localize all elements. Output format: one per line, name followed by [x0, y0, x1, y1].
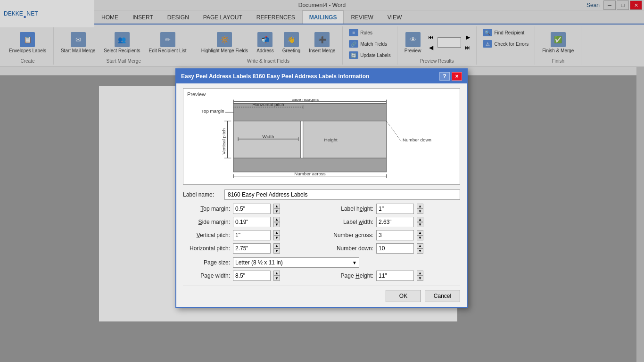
- number-down-row: Number down: ▲ ▼: [326, 243, 460, 254]
- label-height-input[interactable]: [376, 204, 414, 214]
- horizontal-pitch-down[interactable]: ▼: [273, 248, 280, 254]
- number-across-input[interactable]: [376, 230, 414, 240]
- horizontal-pitch-row: Horizontal pitch: ▲ ▼: [183, 243, 317, 254]
- label-name-input[interactable]: [224, 189, 460, 200]
- label-width-label: Label width:: [326, 219, 373, 225]
- top-margin-input[interactable]: [233, 204, 271, 214]
- page-width-label: Page width:: [183, 272, 230, 279]
- page-size-label: Page size:: [183, 259, 230, 266]
- top-margin-spinner[interactable]: ▲ ▼: [273, 204, 280, 214]
- vertical-pitch-input[interactable]: [233, 230, 271, 240]
- horizontal-pitch-input[interactable]: [233, 243, 271, 254]
- dialog-close-button[interactable]: ×: [452, 72, 462, 81]
- label-width-row: Label width: ▲ ▼: [326, 217, 460, 227]
- page-size-row: Page size: Letter (8 ½ x 11 in) ▼: [183, 257, 460, 268]
- label-width-input[interactable]: [376, 217, 414, 227]
- preview-section: Preview: [183, 88, 460, 185]
- preview-diagram: Side margins Horizontal pitch Top margin…: [187, 99, 456, 181]
- vertical-pitch-spinner[interactable]: ▲ ▼: [273, 230, 280, 240]
- side-margin-label: Side margin:: [183, 219, 230, 225]
- page-height-spinner[interactable]: ▲ ▼: [417, 271, 423, 281]
- top-margin-down[interactable]: ▼: [273, 209, 280, 214]
- side-margin-up[interactable]: ▲: [273, 217, 280, 222]
- svg-text:Vertical pitch: Vertical pitch: [221, 128, 226, 155]
- page-dimensions-area: Page width: ▲ ▼ Page Height: ▲ ▼: [183, 271, 460, 281]
- svg-text:Side margins: Side margins: [292, 99, 319, 102]
- dialog-buttons: OK Cancel: [183, 286, 460, 302]
- label-height-row: Label height: ▲ ▼: [326, 204, 460, 214]
- number-across-spinner[interactable]: ▲ ▼: [417, 230, 423, 240]
- number-down-up[interactable]: ▲: [417, 243, 423, 248]
- label-name-label: Label name:: [183, 191, 221, 198]
- number-across-label: Number across:: [326, 232, 373, 239]
- label-width-down[interactable]: ▼: [417, 222, 423, 227]
- svg-rect-2: [233, 121, 301, 158]
- svg-text:Height: Height: [324, 137, 338, 142]
- dialog-title: Easy Peel Address Labels 8160 Easy Peel …: [181, 73, 369, 80]
- svg-rect-3: [303, 121, 387, 158]
- svg-text:Number down: Number down: [403, 137, 431, 142]
- page-height-up[interactable]: ▲: [417, 271, 423, 276]
- horizontal-pitch-up[interactable]: ▲: [273, 243, 280, 248]
- svg-rect-4: [233, 158, 386, 172]
- dialog-titlebar: Easy Peel Address Labels 8160 Easy Peel …: [176, 69, 467, 83]
- page-width-row: Page width: ▲ ▼: [183, 271, 317, 281]
- side-margin-row: Side margin: ▲ ▼: [183, 217, 317, 227]
- vertical-pitch-row: Vertical pitch: ▲ ▼: [183, 230, 317, 240]
- number-across-row: Number across: ▲ ▼: [326, 230, 460, 240]
- page-width-up[interactable]: ▲: [273, 271, 280, 276]
- dialog-body: Preview: [176, 83, 467, 307]
- horizontal-pitch-label: Horizontal pitch:: [183, 245, 230, 252]
- label-height-label: Label height:: [326, 206, 373, 212]
- vertical-pitch-label: Vertical pitch:: [183, 232, 230, 239]
- top-margin-up[interactable]: ▲: [273, 204, 280, 209]
- cancel-button[interactable]: Cancel: [425, 290, 460, 302]
- label-diagram-svg: Side margins Horizontal pitch Top margin…: [187, 99, 456, 181]
- label-height-down[interactable]: ▼: [417, 209, 423, 214]
- top-margin-label: Top margin:: [183, 206, 230, 212]
- chevron-down-icon: ▼: [352, 260, 357, 265]
- number-down-down[interactable]: ▼: [417, 248, 423, 254]
- vertical-pitch-down[interactable]: ▼: [273, 235, 280, 240]
- page-height-label: Page Height:: [326, 272, 373, 279]
- page-size-value: Letter (8 ½ x 11 in): [235, 259, 283, 266]
- number-down-spinner[interactable]: ▲ ▼: [417, 243, 423, 254]
- preview-label: Preview: [187, 91, 456, 97]
- dialog-overlay: Easy Peel Address Labels 8160 Easy Peel …: [0, 0, 644, 362]
- page-height-row: Page Height: ▲ ▼: [326, 271, 460, 281]
- ok-button[interactable]: OK: [386, 290, 421, 302]
- side-margin-spinner[interactable]: ▲ ▼: [273, 217, 280, 227]
- dialog-help-button[interactable]: ?: [439, 72, 450, 81]
- svg-text:Number across: Number across: [294, 171, 326, 176]
- page-height-input[interactable]: [376, 271, 414, 281]
- page-width-down[interactable]: ▼: [273, 276, 280, 281]
- dialog-titlebar-right: ? ×: [439, 72, 462, 81]
- label-height-spinner[interactable]: ▲ ▼: [417, 204, 423, 214]
- number-across-down[interactable]: ▼: [417, 235, 423, 240]
- label-info-dialog: Easy Peel Address Labels 8160 Easy Peel …: [175, 68, 468, 308]
- label-name-row: Label name:: [183, 189, 460, 200]
- page-width-input[interactable]: [233, 271, 271, 281]
- page-height-down[interactable]: ▼: [417, 276, 423, 281]
- svg-text:Top margin: Top margin: [201, 108, 224, 114]
- label-width-up[interactable]: ▲: [417, 217, 423, 222]
- page-size-dropdown[interactable]: Letter (8 ½ x 11 in) ▼: [233, 257, 359, 268]
- number-across-up[interactable]: ▲: [417, 230, 423, 235]
- svg-text:Horizontal pitch: Horizontal pitch: [252, 102, 284, 107]
- label-height-up[interactable]: ▲: [417, 204, 423, 209]
- label-width-spinner[interactable]: ▲ ▼: [417, 217, 423, 227]
- number-down-input[interactable]: [376, 243, 414, 254]
- vertical-pitch-up[interactable]: ▲: [273, 230, 280, 235]
- top-margin-row: Top margin: ▲ ▼: [183, 204, 317, 214]
- number-down-label: Number down:: [326, 245, 373, 252]
- side-margin-input[interactable]: [233, 217, 271, 227]
- side-margin-down[interactable]: ▼: [273, 222, 280, 227]
- fields-area: Top margin: ▲ ▼ Label height: ▲ ▼: [183, 204, 460, 254]
- page-width-spinner[interactable]: ▲ ▼: [273, 271, 280, 281]
- svg-text:Width: Width: [262, 134, 274, 139]
- horizontal-pitch-spinner[interactable]: ▲ ▼: [273, 243, 280, 254]
